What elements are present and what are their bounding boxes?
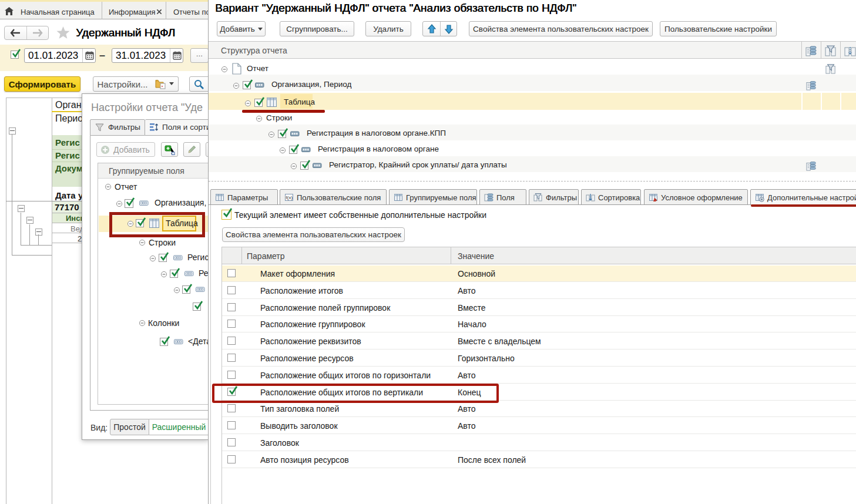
svg-text:f(x): f(x): [286, 195, 293, 200]
